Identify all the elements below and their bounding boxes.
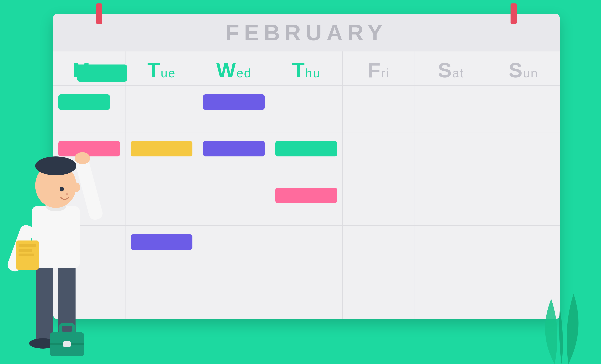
svg-rect-15: [19, 249, 32, 252]
days-row: Mon Tue Wed Thu Fri: [53, 51, 560, 86]
cell-sun-2: [487, 132, 560, 179]
cell-tue-2: [125, 132, 198, 179]
pin-left: [96, 3, 102, 24]
calendar: FEBRUARY Mon Tue Wed Th: [53, 14, 560, 319]
cell-thu-4: [270, 226, 342, 272]
pin-right: [511, 3, 517, 24]
day-header-tue: Tue: [125, 51, 198, 85]
event-wed-purple-2: [203, 141, 265, 157]
svg-point-12: [66, 193, 68, 195]
cell-tue-1: [125, 86, 198, 132]
cell-fri-5: [343, 272, 415, 319]
svg-point-10: [73, 183, 80, 192]
cell-fri-2: [343, 132, 415, 179]
svg-point-17: [75, 152, 90, 164]
cell-tue-4: [125, 226, 198, 272]
cell-sat-2: [415, 132, 487, 179]
cell-thu-3: [270, 179, 342, 226]
svg-rect-21: [63, 341, 71, 347]
day-header-sat: Sat: [415, 51, 487, 85]
cell-sat-5: [415, 272, 487, 319]
svg-point-9: [35, 157, 76, 175]
cell-tue-5: [125, 272, 198, 319]
svg-rect-4: [32, 206, 80, 268]
svg-rect-14: [19, 244, 36, 247]
cell-sat-1: [415, 86, 487, 132]
leaves-illustration: [524, 247, 596, 364]
event-block-held: [77, 65, 127, 82]
cell-sun-1: [487, 86, 560, 132]
cell-fri-1: [343, 86, 415, 132]
day-header-sun: Sun: [487, 51, 560, 85]
cell-wed-4: [198, 226, 270, 272]
calendar-body: Mon Tue Wed Thu Fri: [53, 51, 560, 319]
event-thu-pink: [275, 188, 337, 203]
event-tue-yellow: [131, 141, 192, 157]
cell-wed-2: [198, 132, 270, 179]
cell-sat-3: [415, 179, 487, 226]
cells-area: [53, 86, 560, 319]
cell-wed-5: [198, 272, 270, 319]
briefcase-illustration: [48, 323, 86, 357]
cell-tue-3: [125, 179, 198, 226]
cell-wed-3: [198, 179, 270, 226]
calendar-header: FEBRUARY: [53, 14, 560, 51]
event-thu-teal: [275, 141, 337, 157]
event-tue-purple: [131, 234, 192, 250]
day-header-fri: Fri: [343, 51, 415, 85]
cell-thu-2: [270, 132, 342, 179]
cell-thu-1: [270, 86, 342, 132]
day-header-thu: Thu: [270, 51, 342, 85]
cell-sun-3: [487, 179, 560, 226]
cell-wed-1: [198, 86, 270, 132]
day-header-wed: Wed: [198, 51, 270, 85]
cell-thu-5: [270, 272, 342, 319]
calendar-title: FEBRUARY: [226, 20, 387, 45]
svg-rect-16: [19, 254, 34, 256]
cell-fri-3: [343, 179, 415, 226]
svg-rect-18: [60, 325, 74, 333]
cell-fri-4: [343, 226, 415, 272]
cell-sat-4: [415, 226, 487, 272]
svg-point-11: [60, 187, 64, 191]
event-wed-purple-1: [203, 94, 265, 110]
